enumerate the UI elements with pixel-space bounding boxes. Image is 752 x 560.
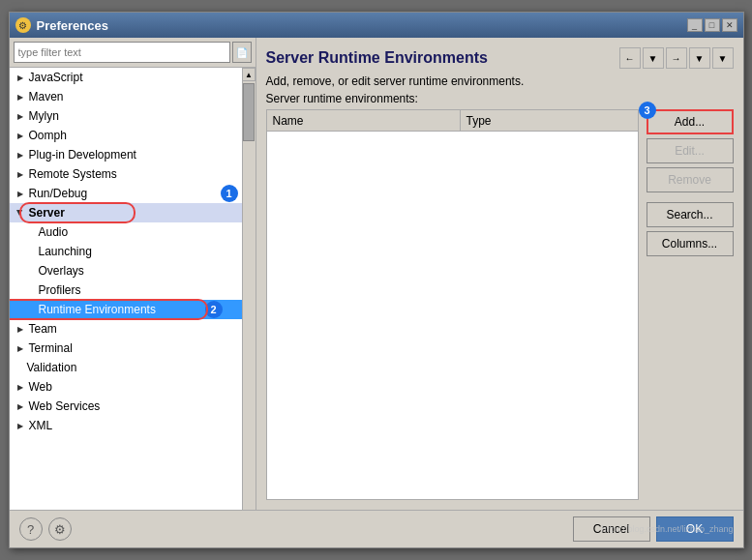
edit-button[interactable]: Edit... bbox=[647, 138, 734, 163]
columns-button[interactable]: Columns... bbox=[647, 231, 734, 256]
sidebar-item-profilers[interactable]: Profilers bbox=[10, 280, 242, 300]
titlebar: ⚙ Preferences _ □ ✕ bbox=[10, 13, 743, 38]
titlebar-left: ⚙ Preferences bbox=[15, 17, 108, 33]
sidebar-item-xml[interactable]: ▶ XML bbox=[10, 416, 242, 435]
content-header: Server Runtime Environments ← ▼ → ▼ ▼ bbox=[266, 47, 734, 69]
expand-arrow: ▶ bbox=[14, 187, 27, 200]
sidebar-item-label: Remote Systems bbox=[29, 167, 117, 181]
sidebar-item-mylyn[interactable]: ▶ Mylyn bbox=[10, 106, 242, 126]
environments-label: Server runtime environments: bbox=[266, 92, 734, 105]
content-area: Server Runtime Environments ← ▼ → ▼ ▼ Ad… bbox=[256, 38, 743, 510]
buttons-panel: Add... 3 Edit... Remove Search... bbox=[647, 109, 734, 500]
filter-clear-button[interactable]: 📄 bbox=[232, 42, 252, 63]
sidebar-item-maven[interactable]: ▶ Maven bbox=[10, 87, 242, 106]
search-button[interactable]: Search... bbox=[647, 202, 734, 227]
sidebar-item-label: JavaScript bbox=[29, 71, 83, 84]
forward-dropdown[interactable]: ▼ bbox=[689, 47, 710, 69]
window-title: Preferences bbox=[37, 18, 108, 33]
sidebar-item-label: Maven bbox=[29, 90, 64, 103]
expand-arrow: ▶ bbox=[14, 129, 27, 142]
sidebar-item-web[interactable]: ▶ Web bbox=[10, 377, 242, 397]
help-button[interactable]: ? bbox=[19, 517, 43, 541]
sidebar-item-label: XML bbox=[29, 419, 53, 432]
maximize-button[interactable]: □ bbox=[705, 18, 720, 32]
minimize-button[interactable]: _ bbox=[687, 18, 703, 32]
edit-button-label: Edit... bbox=[675, 144, 705, 158]
sidebar-item-web-services[interactable]: ▶ Web Services bbox=[10, 397, 242, 416]
sidebar-item-javascript[interactable]: ▶ JavaScript bbox=[10, 68, 242, 87]
runtime-table: Name Type bbox=[266, 109, 639, 500]
sidebar-item-label: Audio bbox=[39, 225, 69, 239]
content-title: Server Runtime Environments bbox=[266, 49, 488, 67]
filter-bar: 📄 bbox=[10, 38, 256, 68]
expand-arrow: ▶ bbox=[14, 167, 27, 181]
remove-button[interactable]: Remove bbox=[647, 167, 734, 192]
expand-arrow: ▶ bbox=[14, 90, 27, 103]
back-button[interactable]: ← bbox=[619, 47, 641, 69]
sidebar-item-run-debug[interactable]: ▶ Run/Debug 1 bbox=[10, 184, 242, 203]
menu-button[interactable]: ▼ bbox=[712, 47, 734, 69]
sidebar-item-oomph[interactable]: ▶ Oomph bbox=[10, 126, 242, 145]
sidebar-item-label: Runtime Environments bbox=[39, 303, 156, 316]
step-badge-2: 2 bbox=[205, 301, 223, 318]
expand-arrow: ▶ bbox=[14, 341, 27, 355]
sidebar-item-remote-systems[interactable]: ▶ Remote Systems bbox=[10, 164, 242, 184]
back-dropdown[interactable]: ▼ bbox=[643, 47, 664, 69]
expand-arrow: ▶ bbox=[14, 206, 27, 220]
scroll-up-button[interactable]: ▲ bbox=[242, 68, 256, 81]
main-area: 📄 ▶ JavaScript ▶ Maven bbox=[10, 38, 743, 510]
scroll-thumb[interactable] bbox=[243, 83, 255, 141]
sidebar-item-team[interactable]: ▶ Team bbox=[10, 319, 242, 339]
sidebar-item-overlays[interactable]: Overlays bbox=[10, 261, 242, 280]
sidebar-item-plugin-development[interactable]: ▶ Plug-in Development bbox=[10, 145, 242, 164]
expand-arrow: ▶ bbox=[14, 380, 27, 394]
content-description: Add, remove, or edit server runtime envi… bbox=[266, 74, 734, 88]
sidebar-item-launching[interactable]: Launching bbox=[10, 242, 242, 261]
sidebar-item-label: Server bbox=[29, 206, 65, 220]
close-button[interactable]: ✕ bbox=[722, 18, 737, 32]
table-header: Name Type bbox=[267, 110, 638, 132]
tree-container: ▶ JavaScript ▶ Maven ▶ Mylyn bbox=[10, 68, 242, 510]
sidebar-item-label: Profilers bbox=[39, 283, 81, 297]
sidebar-item-validation[interactable]: Validation bbox=[10, 358, 242, 377]
add-button-label: Add... bbox=[675, 115, 705, 129]
expand-arrow: ▶ bbox=[14, 322, 27, 336]
sidebar-item-runtime-environments[interactable]: Runtime Environments 2 bbox=[10, 300, 242, 319]
table-body bbox=[267, 132, 638, 499]
sidebar-item-label: Mylyn bbox=[29, 109, 59, 123]
sidebar-item-terminal[interactable]: ▶ Terminal bbox=[10, 339, 242, 358]
sidebar-item-audio[interactable]: Audio bbox=[10, 222, 242, 242]
sidebar: 📄 ▶ JavaScript ▶ Maven bbox=[10, 38, 256, 510]
sidebar-item-label: Web Services bbox=[29, 399, 101, 413]
watermark: https://blog.csdn.net/lizhao_zhang bbox=[601, 524, 733, 534]
sidebar-item-label: Overlays bbox=[39, 264, 84, 278]
expand-arrow: ▶ bbox=[14, 399, 27, 413]
sidebar-item-label: Oomph bbox=[29, 129, 67, 142]
forward-button[interactable]: → bbox=[666, 47, 687, 69]
content-toolbar: ← ▼ → ▼ ▼ bbox=[619, 47, 734, 69]
preferences-window: ⚙ Preferences _ □ ✕ 📄 ▶ J bbox=[9, 12, 744, 548]
sidebar-item-label: Validation bbox=[27, 361, 77, 374]
step-badge-3: 3 bbox=[639, 102, 656, 119]
sidebar-item-server[interactable]: ▶ Server bbox=[10, 203, 242, 222]
sidebar-item-label: Run/Debug bbox=[29, 187, 88, 200]
table-and-buttons: Name Type Add... 3 bbox=[266, 109, 734, 500]
sidebar-item-label: Plug-in Development bbox=[29, 148, 136, 162]
settings-button[interactable]: ⚙ bbox=[48, 517, 72, 541]
bottom-left: ? ⚙ bbox=[19, 517, 72, 541]
col-type-header: Type bbox=[461, 110, 638, 131]
add-button[interactable]: Add... 3 bbox=[647, 109, 734, 134]
expand-arrow: ▶ bbox=[14, 419, 27, 432]
expand-arrow: ▶ bbox=[14, 71, 27, 84]
step-badge-1: 1 bbox=[221, 185, 238, 202]
filter-input[interactable] bbox=[14, 42, 230, 63]
sidebar-item-label: Terminal bbox=[29, 341, 73, 355]
sidebar-scrollbar: ▲ bbox=[242, 68, 256, 510]
sidebar-scroll-wrapper: ▶ JavaScript ▶ Maven ▶ Mylyn bbox=[10, 68, 256, 510]
expand-arrow: ▶ bbox=[14, 148, 27, 162]
columns-button-label: Columns... bbox=[662, 237, 717, 251]
search-button-label: Search... bbox=[666, 208, 712, 221]
sidebar-item-label: Launching bbox=[39, 245, 92, 258]
window-icon: ⚙ bbox=[15, 17, 31, 33]
expand-arrow: ▶ bbox=[14, 109, 27, 123]
